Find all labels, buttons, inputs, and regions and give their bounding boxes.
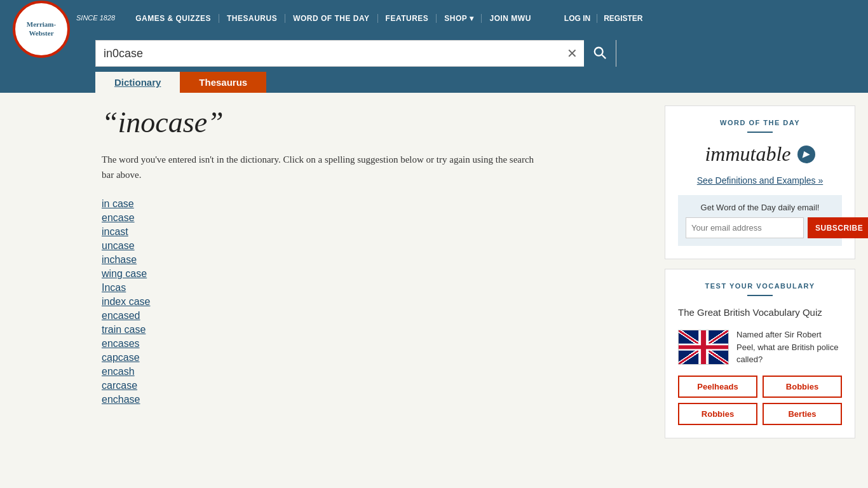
nav-thesaurus[interactable]: THESAURUS [219, 14, 285, 23]
quiz-answer-robbies[interactable]: Robbies [678, 403, 757, 425]
left-content: “inocase” The word you've entered isn't … [102, 105, 652, 438]
list-item: wing case [102, 268, 652, 280]
logo-text: Merriam- [27, 20, 56, 29]
wotd-email-label: Get Word of the Day daily email! [686, 203, 834, 212]
suggestion-link[interactable]: encased [102, 310, 140, 321]
logo-text2: Webster [29, 29, 53, 37]
nav-word-of-the-day[interactable]: WORD OF THE DAY [285, 14, 377, 23]
quiz-image-row: Named after Sir Robert Peel, what are Br… [678, 329, 842, 366]
quiz-answer-berties[interactable]: Berties [763, 403, 842, 425]
list-item: encases [102, 338, 652, 349]
log-in-link[interactable]: LOG IN [558, 14, 597, 23]
nav-features[interactable]: FEATURES [378, 14, 437, 23]
suggestion-list: in case encase incast uncase inchase win… [102, 198, 652, 405]
email-input-row: SUBSCRIBE [686, 217, 834, 238]
quiz-title: The Great British Vocabulary Quiz [678, 306, 842, 319]
suggestion-link[interactable]: Incas [102, 282, 126, 293]
quiz-answer-bobbies[interactable]: Bobbies [763, 376, 842, 398]
logo-wrap: Merriam- Webster SINCE 1828 [13, 0, 115, 46]
main-content: “inocase” The word you've entered isn't … [0, 93, 868, 451]
suggestion-link[interactable]: capcase [102, 352, 140, 363]
quiz-answer-peelheads[interactable]: Peelheads [678, 376, 757, 398]
search-tabs: Dictionary Thesaurus [95, 72, 855, 93]
search-bar: ✕ [95, 40, 616, 67]
suggestion-link[interactable]: in case [102, 198, 134, 209]
tab-dictionary[interactable]: Dictionary [95, 72, 180, 93]
search-button[interactable] [584, 40, 616, 67]
quiz-question: Named after Sir Robert Peel, what are Br… [736, 329, 842, 366]
logo: Merriam- Webster [13, 1, 70, 58]
main-nav: GAMES & QUIZZES THESAURUS WORD OF THE DA… [128, 12, 539, 24]
quiz-section-label: TEST YOUR VOCABULARY [678, 282, 842, 290]
page-title: “inocase” [102, 105, 652, 139]
search-row: ✕ Dictionary Thesaurus [0, 35, 868, 93]
list-item: carcase [102, 380, 652, 391]
list-item: in case [102, 198, 652, 210]
suggestion-link[interactable]: encash [102, 366, 135, 377]
suggestion-link[interactable]: wing case [102, 268, 147, 279]
suggestion-link[interactable]: incast [102, 226, 128, 237]
suggestion-link[interactable]: uncase [102, 240, 135, 251]
svg-line-1 [602, 55, 606, 58]
nav-join-mwu[interactable]: JOIN MWU [482, 14, 538, 23]
right-sidebar: WORD OF THE DAY immutable ▶ See Definiti… [665, 105, 855, 438]
subscribe-button[interactable]: SUBSCRIBE [808, 217, 868, 238]
suggestion-link[interactable]: encases [102, 338, 140, 349]
quiz-answers: Peelheads Bobbies Robbies Berties [678, 376, 842, 425]
suggestion-link[interactable]: enchase [102, 394, 140, 405]
wotd-word: immutable ▶ [678, 142, 842, 166]
not-found-message: The word you've entered isn't in the dic… [102, 152, 546, 182]
list-item: encase [102, 212, 652, 224]
list-item: enchase [102, 394, 652, 405]
list-item: inchase [102, 254, 652, 266]
list-item: uncase [102, 240, 652, 252]
nav-games-quizzes[interactable]: GAMES & QUIZZES [128, 14, 219, 23]
list-item: encash [102, 366, 652, 377]
suggestion-link[interactable]: index case [102, 296, 151, 307]
wotd-email-section: Get Word of the Day daily email! SUBSCRI… [678, 195, 842, 246]
vocab-card: TEST YOUR VOCABULARY The Great British V… [665, 269, 855, 438]
header: Merriam- Webster SINCE 1828 GAMES & QUIZ… [0, 0, 868, 93]
wotd-divider [747, 132, 773, 133]
suggestion-link[interactable]: encase [102, 212, 135, 223]
list-item: Incas [102, 282, 652, 294]
wotd-definitions-link[interactable]: See Definitions and Examples » [678, 175, 842, 186]
search-clear-button[interactable]: ✕ [560, 46, 584, 61]
suggestion-link[interactable]: train case [102, 324, 146, 335]
svg-point-0 [595, 47, 603, 55]
audio-button[interactable]: ▶ [797, 146, 815, 163]
suggestion-link[interactable]: carcase [102, 380, 137, 391]
quiz-flag-image [678, 330, 729, 365]
list-item: encased [102, 310, 652, 322]
list-item: index case [102, 296, 652, 308]
tab-thesaurus[interactable]: Thesaurus [180, 72, 266, 93]
wotd-section-label: WORD OF THE DAY [678, 119, 842, 126]
nav-shop[interactable]: SHOP ▾ [437, 14, 482, 23]
list-item: capcase [102, 352, 652, 363]
quiz-divider [747, 295, 773, 296]
wotd-card: WORD OF THE DAY immutable ▶ See Definiti… [665, 105, 855, 259]
search-icon [593, 46, 607, 62]
logo-since: SINCE 1828 [76, 14, 115, 22]
list-item: train case [102, 324, 652, 336]
register-link[interactable]: REGISTER [597, 14, 649, 23]
search-input[interactable] [96, 47, 560, 60]
suggestion-link[interactable]: inchase [102, 254, 137, 265]
list-item: incast [102, 226, 652, 238]
email-input[interactable] [686, 217, 804, 238]
